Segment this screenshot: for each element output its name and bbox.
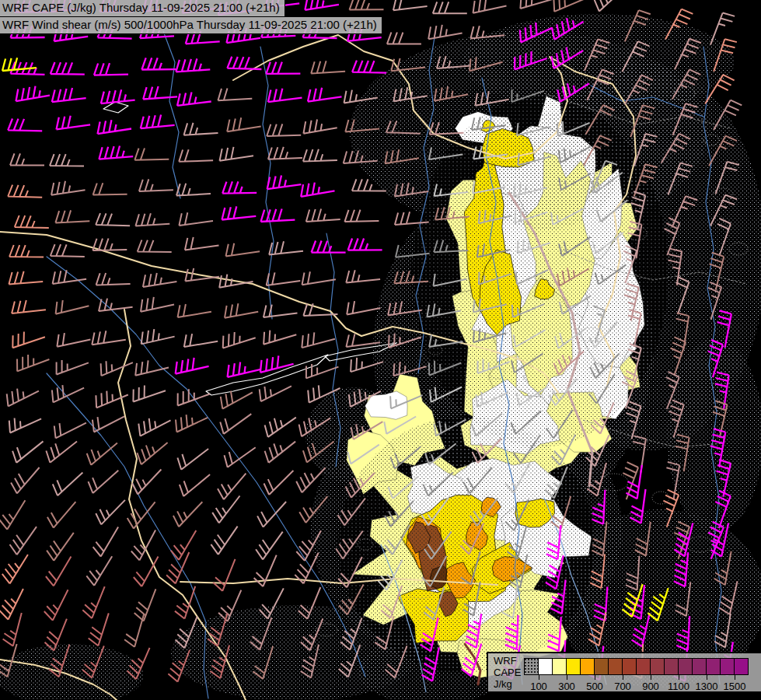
cape-color-legend: WRF CAPE J/kg 10030050070090011001300150… xyxy=(487,652,761,693)
legend-color-box xyxy=(623,658,637,675)
legend-tick xyxy=(567,675,567,680)
legend-color-box xyxy=(539,658,553,675)
legend-color-box xyxy=(707,658,721,675)
legend-color-box xyxy=(567,658,581,675)
legend-tick-label: 900 xyxy=(642,681,659,692)
legend-tick xyxy=(651,675,651,680)
legend-label-model: WRF xyxy=(494,655,521,667)
legend-color-box xyxy=(637,658,651,675)
legend-tick xyxy=(539,675,539,680)
legend-tick-label: 700 xyxy=(614,681,631,692)
legend-color-box xyxy=(679,658,693,675)
legend-label-unit: J/kg xyxy=(494,678,521,690)
map-title-overlay: WRF CAPE (J/kg) Thursday 11-09-2025 21:0… xyxy=(0,0,382,34)
legend-color-box xyxy=(651,658,665,675)
legend-label-parameter: CAPE xyxy=(494,667,521,678)
legend-tick-label: 1300 xyxy=(696,681,718,692)
legend-tick xyxy=(679,675,679,680)
legend-tick-label: 1100 xyxy=(668,681,689,692)
legend-color-box xyxy=(524,658,539,675)
wrf-weather-map: WRF CAPE (J/kg) Thursday 11-09-2025 21:0… xyxy=(0,0,761,700)
legend-tick-label: 500 xyxy=(586,681,603,692)
legend-label: WRF CAPE J/kg xyxy=(494,655,521,690)
legend-tick-label: 1500 xyxy=(724,681,746,692)
legend-tick xyxy=(595,675,595,680)
legend-color-boxes xyxy=(524,658,757,675)
legend-color-box xyxy=(665,658,679,675)
legend-color-scale: 100300500700900110013001500 xyxy=(524,658,757,693)
legend-color-box xyxy=(553,658,567,675)
legend-color-box xyxy=(595,658,609,675)
legend-tick-label: 300 xyxy=(558,681,575,692)
cape-title-line: WRF CAPE (J/kg) Thursday 11-09-2025 21:0… xyxy=(0,0,285,17)
wind-shear-title-line: WRF Wind shear (m/s) 500/1000hPa Thursda… xyxy=(0,17,382,34)
legend-color-box xyxy=(735,658,749,675)
legend-color-box xyxy=(609,658,623,675)
legend-color-box xyxy=(721,658,735,675)
legend-tick xyxy=(707,675,707,680)
legend-tick xyxy=(735,675,735,680)
map-canvas xyxy=(0,0,761,700)
legend-tick-label: 100 xyxy=(530,681,547,692)
legend-tick xyxy=(623,675,623,680)
legend-color-box xyxy=(693,658,707,675)
legend-color-box xyxy=(581,658,595,675)
